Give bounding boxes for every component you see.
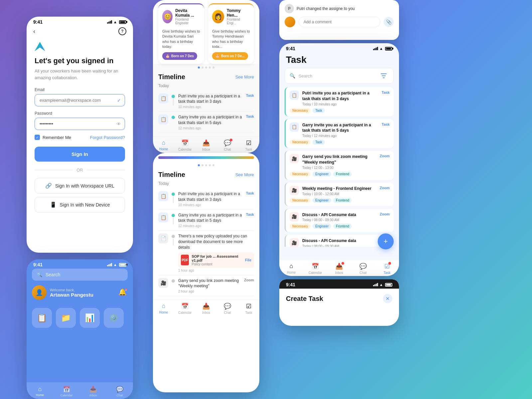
email-field-wrapper: ✓ xyxy=(35,94,125,106)
task-item-icon-3: 🎥 xyxy=(290,186,299,195)
home-nav-calendar[interactable]: 📅 Calendar xyxy=(53,386,80,397)
dot-line-2 xyxy=(172,114,175,119)
bot-dot-indicators xyxy=(153,162,259,168)
remember-checkbox[interactable]: ✓ xyxy=(35,135,40,140)
home-time: 9:41 xyxy=(33,262,43,267)
quick-action-2[interactable]: 📁 xyxy=(56,308,76,328)
person1-birthday-btn[interactable]: 🎂 Born on 7 Des xyxy=(162,52,197,60)
nav-home[interactable]: ⌂ Home xyxy=(153,139,174,151)
task-nav-chat[interactable]: 💬 Chat xyxy=(351,263,375,275)
task-nav-inbox[interactable]: 📥 Inbox xyxy=(327,263,351,275)
timeline-header: Timeline See More xyxy=(158,73,254,81)
bot-nav-calendar[interactable]: 📅 Calendar xyxy=(174,303,196,315)
filter-button[interactable] xyxy=(379,71,389,81)
search-icon-task: 🔍 xyxy=(290,73,295,78)
changed-text: Putri changed the assigne to you xyxy=(297,6,355,11)
quick-action-4[interactable]: ⚙️ xyxy=(104,308,124,328)
task-status-bar: 9:41 ▲ xyxy=(279,43,399,53)
bot-tl-text-3: There's a new policy uploaded you can do… xyxy=(178,233,254,250)
home-search-placeholder: Search xyxy=(46,272,123,277)
sign-in-button[interactable]: Sign In xyxy=(35,147,125,162)
task-nav-home[interactable]: ⌂ Home xyxy=(279,263,303,275)
nav-task[interactable]: ☑ Task xyxy=(238,139,259,151)
task-list-item-1[interactable]: 📋 Garry invite you as a participant in a… xyxy=(285,119,394,148)
comment-input[interactable] xyxy=(299,17,380,27)
bot-nav-task[interactable]: ☑ Task xyxy=(238,303,259,315)
bot-see-more[interactable]: See More xyxy=(235,172,254,177)
notification-button[interactable]: 🔔 2 xyxy=(118,288,128,297)
task-item-time-0: Today / 10 minutes ago xyxy=(302,102,378,106)
nav-inbox[interactable]: 📥 Inbox xyxy=(196,139,217,151)
svg-rect-0 xyxy=(381,73,387,74)
new-device-button[interactable]: 📱 Sign In with New Device xyxy=(35,197,125,212)
today-label: Today xyxy=(158,83,254,88)
tl-line xyxy=(173,99,174,105)
task-nav-task[interactable]: ☑ Task xyxy=(375,263,399,275)
task-tags-3: NecessaryEngineerFrontend xyxy=(290,198,390,203)
task-time: 9:41 xyxy=(286,46,295,51)
signin-status-icons: ▲ xyxy=(107,20,126,24)
person1-role: Frontend Engineer xyxy=(175,18,200,25)
help-button[interactable]: ? xyxy=(118,27,126,35)
home-nav-home[interactable]: ⌂ Home xyxy=(27,386,53,397)
task-nav-calendar[interactable]: 📅 Calendar xyxy=(303,263,327,275)
email-input[interactable] xyxy=(35,94,125,106)
home-status-bar: 9:41 ▲ xyxy=(27,259,133,269)
home-nav-inbox[interactable]: 📥 Inbox xyxy=(80,386,106,397)
password-input[interactable] xyxy=(35,118,125,130)
create-task-close-button[interactable]: ✕ xyxy=(383,294,392,303)
nav-chat[interactable]: 💬 Chat xyxy=(217,139,238,151)
bot-tl-badge-1: Task xyxy=(246,191,254,195)
tag-frontend: Frontend xyxy=(333,172,352,177)
bot-nav-inbox[interactable]: 📥 Inbox xyxy=(196,303,217,315)
comment-header: P Putri changed the assigne to you xyxy=(279,0,399,15)
birthday-card-1: 😊 Devita Kumala ... Frontend Engineer Gi… xyxy=(158,3,204,64)
dot-indicators xyxy=(153,64,259,70)
task-item-title-1: Garry invite you as a participant in a t… xyxy=(302,122,378,134)
task-item-title-0: Putri invite you as a participant in a t… xyxy=(302,90,378,102)
bot-nav-home[interactable]: ⌂ Home xyxy=(153,303,174,315)
brand-logo xyxy=(35,42,125,51)
worxspace-url-button[interactable]: 🔗 Sign In with Worxspace URL xyxy=(35,178,125,194)
create-task-header: Create Task ✕ xyxy=(279,289,399,307)
task-list-item-3[interactable]: 🎥 Weekly meeting - Frontend Engineer Tod… xyxy=(285,183,394,206)
task-list-item-2[interactable]: 🎥 Garry send you link zoom meeting "Week… xyxy=(285,151,394,180)
task-search-bar[interactable]: 🔍 Search xyxy=(285,68,394,84)
bot-tl-text-4: Garry send you link zoom meeting "Weekly… xyxy=(178,278,241,289)
attach-button[interactable]: 📎 xyxy=(384,17,394,27)
task-list-item-0[interactable]: 📋 Putri invite you as a participant in a… xyxy=(285,87,394,116)
task-list-item-5[interactable]: 🎥 Discuss - API Consume data Today / 08:… xyxy=(285,235,394,247)
nav-calendar[interactable]: 📅 Calendar xyxy=(174,139,196,151)
tl-dot-green xyxy=(172,95,175,98)
quick-action-1[interactable]: 📋 xyxy=(32,308,52,328)
home-home-icon: ⌂ xyxy=(38,386,42,393)
bot-tl-time-3: 1 hour ago xyxy=(178,269,254,272)
see-more-link[interactable]: See More xyxy=(235,74,254,79)
home-nav-chat[interactable]: 💬 Chat xyxy=(106,386,133,397)
add-task-fab[interactable]: + xyxy=(378,233,394,249)
person2-birthday-btn[interactable]: 🎂 Born on 7 De... xyxy=(212,52,248,60)
bot-tl-item-4: 🎥 Garry send you link zoom meeting "Week… xyxy=(158,275,254,297)
task-page-title: Task xyxy=(286,55,392,65)
signin-body: Let's get you signed in All your coworke… xyxy=(27,38,133,222)
quick-action-3[interactable]: 📊 xyxy=(80,308,100,328)
battery-ct xyxy=(385,283,392,287)
bot-nav-chat[interactable]: 💬 Chat xyxy=(217,303,238,315)
home-search-bar[interactable]: 🔍 Search xyxy=(32,269,128,281)
forgot-password-link[interactable]: Forgot Password? xyxy=(90,135,125,140)
create-task-status-bar: 9:41 ▲ xyxy=(279,279,399,289)
bot-timeline-section: Timeline See More Today 📋 Putri invite y… xyxy=(153,168,259,300)
inbox-icon: 📥 xyxy=(202,139,210,147)
bot-dot-1 xyxy=(198,164,200,166)
tag-task: Task xyxy=(313,108,325,113)
eye-icon[interactable]: 👁 xyxy=(116,121,121,127)
bot-timeline-header: Timeline See More xyxy=(158,171,254,179)
cal-icon-task: 📅 xyxy=(312,263,319,270)
bot-tl-text-2: Garry invite you as a participant in a t… xyxy=(178,212,243,224)
home-welcome: 👤 Welcome back, Artawan Pangestu 🔔 2 xyxy=(27,285,133,305)
task-item-time-5: Today / 08:00 - 09:30 AM xyxy=(302,244,386,247)
tl-content-1: Putri invite you as a participant in a t… xyxy=(178,93,243,109)
back-button[interactable]: ‹ xyxy=(33,28,35,35)
svg-rect-1 xyxy=(382,75,386,76)
task-list-item-4[interactable]: 🎥 Discuss - API Consume data Today / 08:… xyxy=(285,209,394,232)
